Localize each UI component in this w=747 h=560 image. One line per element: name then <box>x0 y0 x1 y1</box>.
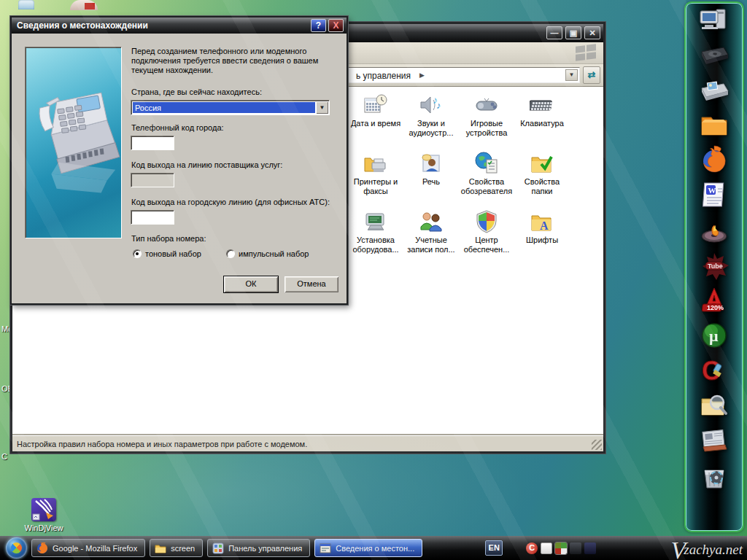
cp-item-label: Свойства обозревателя <box>460 177 514 196</box>
city-code-input[interactable] <box>131 136 174 150</box>
outside-line-input[interactable] <box>131 210 174 225</box>
sound-icon: ♪♪ <box>419 93 444 117</box>
cp-item-fonts[interactable]: AШрифты <box>514 209 570 268</box>
help-button[interactable]: ? <box>311 19 326 32</box>
dock-item-youtube[interactable]: Tube <box>697 249 731 283</box>
svg-text:Tube: Tube <box>708 262 723 270</box>
dialog-titlebar[interactable]: Сведения о местонахождении ? X <box>12 18 347 34</box>
resize-grip[interactable] <box>592 440 602 450</box>
close-button[interactable]: ✕ <box>584 26 600 39</box>
dock-item-alcohol-120[interactable]: 120% <box>697 284 731 318</box>
dock-item-dvd-drive[interactable] <box>697 39 731 73</box>
windows-flag-icon <box>9 540 24 556</box>
dock-item-portable-player[interactable] <box>697 74 731 108</box>
desktop-label-fragment[interactable]: C <box>1 452 7 461</box>
tone-dial-radio[interactable]: тоновый набор <box>133 249 201 258</box>
language-indicator[interactable]: EN <box>485 540 503 556</box>
maximize-button[interactable]: ▣ <box>565 26 581 39</box>
dialog-title: Сведения о местонахождении <box>17 20 148 31</box>
cp-item-label: Шрифты <box>526 236 558 245</box>
dock-panel: WTube120%µC <box>684 1 744 532</box>
inetopt-icon <box>474 151 499 176</box>
cp-item-folderopt[interactable]: Свойства папки <box>514 151 570 209</box>
pulse-dial-radio[interactable]: импульсный набор <box>226 249 309 258</box>
taskbar-button-cpanel[interactable]: Панель управления <box>207 539 310 557</box>
cp-item-security[interactable]: Центр обеспечен... <box>459 209 514 268</box>
cp-item-game[interactable]: Игровые устройства <box>459 93 514 151</box>
radio-circle-icon <box>226 249 235 258</box>
cancel-button[interactable]: Отмена <box>285 276 338 292</box>
partial-desktop-icon-round <box>70 0 98 10</box>
dock-item-disc-burner[interactable] <box>697 214 731 248</box>
dock-item-documents-folder[interactable] <box>697 109 731 143</box>
carrier-code-input <box>131 173 174 187</box>
minimize-button[interactable]: — <box>546 26 562 39</box>
folderopt-icon <box>530 151 554 176</box>
ccleaner-icon: C <box>699 355 729 387</box>
dock-item-ccleaner[interactable]: C <box>697 354 731 388</box>
ok-button[interactable]: ОК <box>224 276 278 292</box>
firefox-icon <box>699 145 729 177</box>
users-icon <box>419 209 444 234</box>
cp-item-hardware[interactable]: Установка оборудова... <box>348 209 403 268</box>
cp-item-printers[interactable]: Принтеры и факсы <box>348 151 403 209</box>
recycle-bin-icon <box>699 460 729 492</box>
cp-item-inetopt[interactable]: Свойства обозревателя <box>459 151 514 209</box>
tray-icon-grid[interactable] <box>555 542 567 554</box>
desktop-icon-windjview[interactable]: WinDjView <box>22 498 66 532</box>
cp-item-label: Звуки и аудиоустр... <box>404 119 458 138</box>
taskbar-button-dialog[interactable]: Сведения о местон... <box>314 539 422 557</box>
cp-item-users[interactable]: Учетные записи пол... <box>403 209 459 268</box>
tray-icon-dark1[interactable] <box>570 542 581 554</box>
location-info-dialog: Сведения о местонахождении ? X <box>10 16 348 305</box>
dock-item-file-search[interactable] <box>697 389 731 423</box>
word-icon: W <box>699 180 729 212</box>
cp-item-label: Речь <box>422 177 440 187</box>
dock-item-utorrent[interactable]: µ <box>697 319 731 353</box>
dock-item-firefox[interactable] <box>697 144 731 178</box>
taskbar-button-folder[interactable]: screen <box>150 539 203 557</box>
task-buttons: Google - Mozilla FirefoxscreenПанель упр… <box>27 539 422 557</box>
cp-item-datetime[interactable]: Дата и время <box>348 93 403 151</box>
keyboard-icon <box>530 93 554 117</box>
cp-item-sound[interactable]: ♪♪Звуки и аудиоустр... <box>403 93 459 151</box>
taskbar: Google - Mozilla FirefoxscreenПанель упр… <box>0 536 747 560</box>
combobox-dropdown-button[interactable]: ▼ <box>316 101 328 114</box>
windows-logo-icon <box>574 44 599 62</box>
breadcrumb-arrow-icon[interactable]: ▶ <box>419 71 425 79</box>
partial-icon-red-detail <box>85 3 95 9</box>
game-icon <box>474 93 499 117</box>
speech-icon <box>419 151 444 176</box>
security-icon <box>474 209 499 234</box>
close-icon[interactable]: X <box>328 19 344 32</box>
taskbar-button-label: Сведения о местон... <box>336 544 414 553</box>
tray-icon-dark2[interactable] <box>584 542 596 554</box>
dialog-intro-text: Перед созданием телефонного или модемног… <box>131 47 341 75</box>
tray-icon-card[interactable] <box>541 542 552 554</box>
cp-item-label: Центр обеспечен... <box>460 236 514 254</box>
address-dropdown-button[interactable]: ▼ <box>565 69 578 81</box>
svg-text:W: W <box>708 186 716 195</box>
address-go-button[interactable]: ⇄ <box>583 66 600 84</box>
cp-item-label: Принтеры и факсы <box>349 177 403 196</box>
alcohol-120-icon: 120% <box>699 285 729 317</box>
svg-text:µ: µ <box>709 327 719 345</box>
dock-item-news-reader[interactable] <box>697 424 731 458</box>
watermark: Vzachya.net <box>670 542 743 558</box>
dock-item-word[interactable]: W <box>697 179 731 213</box>
svg-text:120%: 120% <box>707 304 724 311</box>
cp-item-speech[interactable]: Речь <box>403 151 459 209</box>
watermark-text: zachya.net <box>684 542 743 557</box>
dock-item-my-computer[interactable] <box>697 4 731 38</box>
country-combobox[interactable]: Россия ▼ <box>131 100 330 115</box>
cp-item-keyboard[interactable]: Клавиатура <box>514 93 570 151</box>
datetime-icon <box>363 93 388 117</box>
dialog-icon <box>320 542 331 554</box>
tray-icon-red-c[interactable]: C <box>526 542 538 554</box>
documents-folder-icon <box>699 110 729 142</box>
printers-icon <box>363 151 388 176</box>
windjview-icon <box>31 498 56 521</box>
start-button[interactable] <box>6 537 27 559</box>
taskbar-button-firefox[interactable]: Google - Mozilla Firefox <box>31 539 145 557</box>
dock-item-recycle-bin[interactable] <box>697 459 731 493</box>
